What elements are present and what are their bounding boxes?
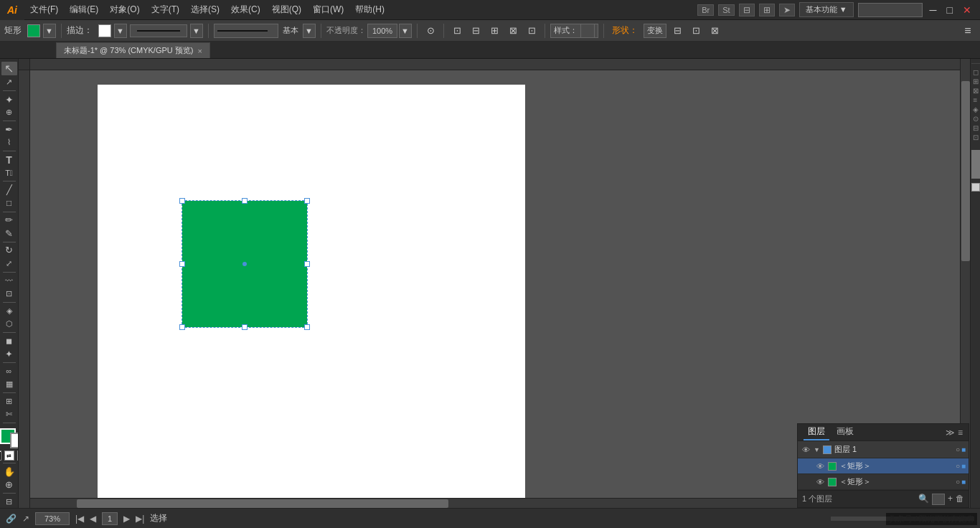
strip-icon-4[interactable]: ≡ (971, 96, 980, 104)
screen-mode-tool[interactable]: ⊟ (1, 496, 17, 508)
eyedropper-tool[interactable]: ✦ (1, 348, 17, 360)
page-input[interactable] (102, 512, 118, 525)
motion-icon-btn[interactable]: ➤ (779, 4, 795, 16)
layers-add-icon[interactable]: + (948, 494, 953, 505)
menu-window[interactable]: 窗口(W) (307, 0, 349, 19)
transform-btn[interactable]: 变换 (644, 24, 666, 38)
menu-text[interactable]: 文字(T) (146, 0, 185, 19)
strip-icon-6[interactable]: ⊙ (971, 115, 980, 123)
style-swatch[interactable] (580, 24, 595, 38)
stroke-dash-display[interactable] (214, 24, 278, 38)
tab-layers[interactable]: 图层 (804, 424, 829, 440)
align-icon[interactable]: ⊡ (449, 23, 465, 39)
layers-search-icon[interactable]: 🔍 (918, 494, 929, 505)
handle-bottom-center[interactable] (242, 324, 248, 330)
strip-icon-7[interactable]: ⊟ (971, 124, 980, 132)
horizontal-scroll-thumb[interactable] (77, 499, 448, 508)
expand-icon[interactable]: ⊡ (524, 23, 540, 39)
strip-icon-3[interactable]: ⊠ (971, 87, 980, 95)
lasso-tool[interactable]: ⊕ (1, 106, 17, 118)
layers-search-input[interactable] (932, 494, 945, 505)
gradient-tool[interactable]: ◼ (1, 335, 17, 347)
arrange-icon-btn[interactable]: ⊟ (739, 4, 755, 16)
shape-text-btn[interactable]: 形状： (609, 24, 641, 37)
zoom-input[interactable] (35, 512, 70, 525)
stroke-color-box[interactable] (10, 433, 19, 448)
status-share-icon[interactable]: ↗ (22, 514, 29, 524)
layers-delete-icon[interactable]: 🗑 (956, 494, 964, 505)
menu-file[interactable]: 文件(F) (24, 0, 64, 19)
tab-artboards[interactable]: 画板 (832, 424, 858, 440)
handle-bottom-right[interactable] (304, 324, 310, 330)
magic-wand-tool[interactable]: ✦ (1, 93, 17, 105)
strip-icon-5[interactable]: ◈ (971, 105, 980, 113)
paintbrush-tool[interactable]: ✏ (1, 214, 17, 226)
rotate-tool[interactable]: ↻ (1, 244, 17, 256)
handle-top-center[interactable] (242, 198, 248, 204)
panel-expand-btn[interactable]: ≫ (946, 428, 955, 438)
panel-menu-btn[interactable]: ≡ (958, 428, 963, 438)
artboard-tool[interactable]: ⊞ (1, 395, 17, 407)
line-tool[interactable]: ╱ (1, 184, 17, 196)
warp-tool[interactable]: 〰 (1, 275, 17, 287)
pathfinder-icon[interactable]: ⊞ (486, 23, 502, 39)
scale-tool[interactable]: ⤢ (1, 258, 17, 270)
layer-item-2-row[interactable]: 👁 ＜矩形＞ ○ ■ (798, 474, 969, 490)
handle-top-right[interactable] (304, 198, 310, 204)
stock-icon-btn[interactable]: St (718, 4, 734, 16)
transform-icon[interactable]: ⊠ (505, 23, 521, 39)
tab-close-btn[interactable]: × (197, 47, 202, 55)
settings-icon[interactable]: ⊠ (707, 23, 722, 39)
opacity-input[interactable] (367, 24, 397, 38)
curvature-tool[interactable]: ⌇ (1, 136, 17, 148)
item-2-visibility-icon[interactable]: 👁 (815, 478, 825, 486)
layer-1-expand-icon[interactable]: ▼ (814, 446, 820, 453)
swap-colors-icon[interactable]: ⇄ (4, 451, 14, 461)
selection-tool[interactable]: ↖ (1, 62, 17, 75)
blend-tool[interactable]: ∞ (1, 365, 17, 377)
layer-1-row[interactable]: 👁 ▼ 图层 1 ○ ■ (798, 441, 969, 458)
nav-prev-btn[interactable]: |◀ (75, 514, 84, 524)
close-button[interactable]: ✕ (960, 4, 974, 16)
stroke-options-btn[interactable]: ▼ (114, 24, 127, 38)
search-input[interactable] (858, 3, 923, 17)
properties-icon2[interactable]: ⊡ (688, 23, 704, 39)
strip-icon-2[interactable]: ⊞ (971, 77, 980, 85)
menu-edit[interactable]: 编辑(E) (64, 0, 104, 19)
handle-left-center[interactable] (179, 261, 185, 267)
hand-tool[interactable]: ✋ (1, 466, 17, 478)
selected-rectangle[interactable] (182, 201, 307, 327)
menu-help[interactable]: 帮助(H) (349, 0, 390, 19)
pen-tool[interactable]: ✒ (1, 123, 17, 136)
item-1-visibility-icon[interactable]: 👁 (815, 462, 825, 471)
bridge-icon-btn[interactable]: Br (697, 4, 714, 16)
grid-icon-btn[interactable]: ⊞ (759, 4, 775, 16)
menu-object[interactable]: 对象(O) (104, 0, 145, 19)
distribute-icon[interactable]: ⊟ (468, 23, 484, 39)
menu-select[interactable]: 选择(S) (185, 0, 225, 19)
handle-bottom-left[interactable] (179, 324, 185, 330)
vertical-scroll-thumb[interactable] (961, 81, 970, 260)
none-color-icon[interactable] (0, 451, 1, 461)
free-transform-tool[interactable]: ⊡ (1, 288, 17, 300)
zoom-tool[interactable]: ⊕ (1, 478, 17, 491)
color-strip-swatch[interactable] (971, 150, 980, 179)
menu-view[interactable]: 视图(Q) (266, 0, 307, 19)
live-paint-tool[interactable]: ⬡ (1, 318, 17, 330)
menu-effect[interactable]: 效果(C) (225, 0, 266, 19)
shape-builder-tool[interactable]: ◈ (1, 305, 17, 317)
stroke-swatch[interactable] (98, 24, 111, 37)
layer-item-1-row[interactable]: 👁 ＜矩形＞ ○ ■ (798, 458, 969, 474)
rectangle-tool[interactable]: □ (1, 197, 17, 209)
stroke-line-btn[interactable]: ▼ (190, 24, 203, 38)
workspace-selector[interactable]: 基本功能 ▼ (799, 2, 854, 17)
toolbar-right-icon[interactable]: ≡ (960, 23, 976, 39)
stroke-line-selector[interactable] (130, 24, 187, 37)
bar-chart-tool[interactable]: ▦ (1, 378, 17, 390)
fill-swatch[interactable] (27, 24, 40, 37)
status-link-icon[interactable]: 🔗 (6, 514, 17, 524)
minimize-button[interactable]: ─ (927, 4, 940, 16)
strip-icon-1[interactable]: ◻ (971, 68, 980, 76)
jiben-btn[interactable]: ▼ (303, 24, 316, 38)
nav-next-page[interactable]: ▶ (123, 514, 130, 524)
